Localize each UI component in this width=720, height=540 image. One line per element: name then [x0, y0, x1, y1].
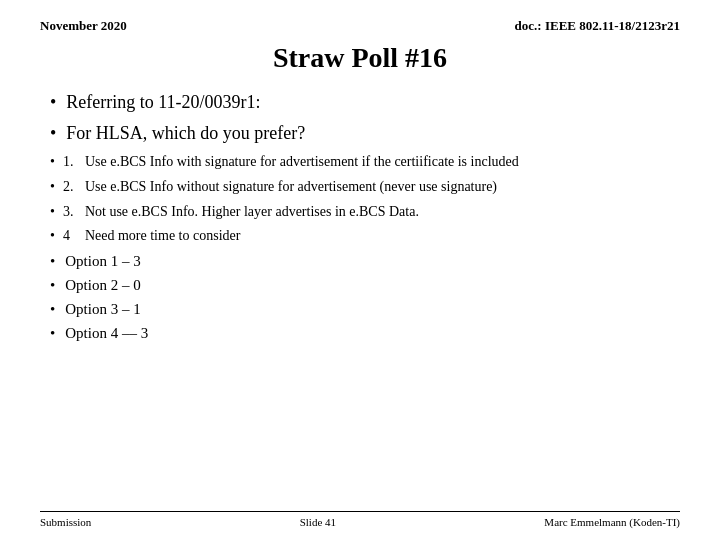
title-section: Straw Poll #16: [40, 42, 680, 74]
sub-num-3: 3.: [63, 202, 85, 222]
sub-dot-3: •: [50, 202, 55, 222]
sub-item-3: • 3. Not use e.BCS Info. Higher layer ad…: [50, 202, 670, 222]
sub-dot-1: •: [50, 152, 55, 172]
footer-slide: Slide 41: [300, 516, 336, 528]
header-doc: doc.: IEEE 802.11-18/2123r21: [515, 18, 680, 34]
main-title: Straw Poll #16: [273, 42, 447, 73]
sub-item-4: • 4 Need more time to consider: [50, 226, 670, 246]
sub-num-1: 1.: [63, 152, 85, 172]
sub-num-2: 2.: [63, 177, 85, 197]
option-bullet-3: •: [50, 299, 55, 320]
option-item-4: • Option 4 –– 3: [50, 323, 670, 344]
sub-text-1: Use e.BCS Info with signature for advert…: [85, 152, 519, 172]
bullet-text-1: Referring to 11-20/0039r1:: [66, 90, 260, 115]
footer: Submission Slide 41 Marc Emmelmann (Kode…: [40, 511, 680, 528]
sub-list: • 1. Use e.BCS Info with signature for a…: [50, 152, 670, 245]
sub-item-2: • 2. Use e.BCS Info without signature fo…: [50, 177, 670, 197]
sub-num-4: 4: [63, 226, 85, 246]
option-item-2: • Option 2 – 0: [50, 275, 670, 296]
header-date: November 2020: [40, 18, 127, 34]
bullet-dot-2: •: [50, 121, 56, 146]
header: November 2020 doc.: IEEE 802.11-18/2123r…: [40, 18, 680, 34]
content: • Referring to 11-20/0039r1: • For HLSA,…: [40, 90, 680, 507]
bullet-text-2: For HLSA, which do you prefer?: [66, 121, 305, 146]
option-bullet-1: •: [50, 251, 55, 272]
option-text-2: Option 2 – 0: [65, 275, 140, 296]
footer-author: Marc Emmelmann (Koden-TI): [544, 516, 680, 528]
sub-dot-4: •: [50, 226, 55, 246]
main-bullets: • Referring to 11-20/0039r1: • For HLSA,…: [50, 90, 670, 146]
sub-item-1: • 1. Use e.BCS Info with signature for a…: [50, 152, 670, 172]
bullet-dot-1: •: [50, 90, 56, 115]
sub-text-4: Need more time to consider: [85, 226, 241, 246]
option-text-4: Option 4 –– 3: [65, 323, 148, 344]
sub-text-2: Use e.BCS Info without signature for adv…: [85, 177, 497, 197]
bullet-item-2: • For HLSA, which do you prefer?: [50, 121, 670, 146]
footer-submission: Submission: [40, 516, 91, 528]
option-text-3: Option 3 – 1: [65, 299, 140, 320]
option-bullet-4: •: [50, 323, 55, 344]
option-text-1: Option 1 – 3: [65, 251, 140, 272]
bullet-item-1: • Referring to 11-20/0039r1:: [50, 90, 670, 115]
page: November 2020 doc.: IEEE 802.11-18/2123r…: [0, 0, 720, 540]
options-section: • Option 1 – 3 • Option 2 – 0 • Option 3…: [50, 251, 670, 344]
sub-dot-2: •: [50, 177, 55, 197]
option-bullet-2: •: [50, 275, 55, 296]
option-item-1: • Option 1 – 3: [50, 251, 670, 272]
option-item-3: • Option 3 – 1: [50, 299, 670, 320]
sub-text-3: Not use e.BCS Info. Higher layer adverti…: [85, 202, 419, 222]
